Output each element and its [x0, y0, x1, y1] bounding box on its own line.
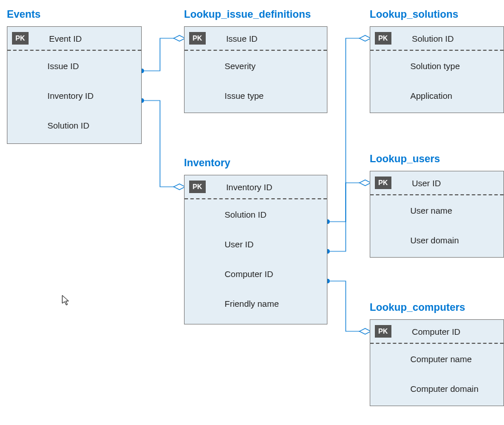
pk-row: PK User ID [370, 171, 503, 195]
field-row: Solution ID [7, 110, 141, 140]
svg-marker-1 [174, 35, 185, 41]
field-row: User name [370, 195, 503, 225]
pk-field: Issue ID [226, 34, 258, 43]
entity-title-lookup-users: Lookup_users [370, 153, 440, 165]
svg-marker-7 [359, 180, 371, 186]
pk-row: PK Event ID [7, 27, 141, 51]
entity-lookup-users: PK User ID User name User domain [370, 171, 504, 258]
pk-badge: PK [189, 32, 206, 45]
pk-field: Solution ID [412, 34, 454, 43]
entity-lookup-solutions: PK Solution ID Solution type Application [370, 26, 504, 113]
pk-badge: PK [375, 325, 391, 338]
field-row: Solution ID [185, 199, 327, 229]
field-row: Severity [185, 51, 327, 81]
pk-row: PK Computer ID [370, 320, 503, 344]
pk-row: PK Issue ID [185, 27, 327, 51]
entity-events: PK Event ID Issue ID Inventory ID Soluti… [7, 26, 142, 144]
field-row: Issue type [185, 81, 327, 110]
field-row: Inventory ID [7, 81, 141, 110]
entity-title-lookup-solutions: Lookup_solutions [370, 9, 458, 21]
field-row: User domain [370, 225, 503, 255]
field-row: Solution type [370, 51, 503, 81]
field-row: Application [370, 81, 503, 110]
pk-row: PK Solution ID [370, 27, 503, 51]
svg-marker-3 [174, 184, 185, 190]
entity-lookup-computers: PK Computer ID Computer name Computer do… [370, 319, 504, 406]
pk-field: User ID [412, 178, 441, 188]
field-row: Computer ID [185, 259, 327, 288]
field-row: Computer name [370, 344, 503, 374]
entity-inventory: PK Inventory ID Solution ID User ID Comp… [184, 175, 327, 324]
pk-field: Computer ID [412, 327, 461, 336]
pk-badge: PK [12, 32, 29, 45]
pk-badge: PK [189, 181, 206, 193]
svg-marker-5 [359, 35, 371, 41]
pk-badge: PK [375, 177, 391, 189]
pk-row: PK Inventory ID [185, 175, 327, 199]
svg-marker-9 [359, 328, 371, 334]
cursor-icon [62, 295, 71, 309]
pk-badge: PK [375, 32, 391, 45]
entity-lookup-issue-definitions: PK Issue ID Severity Issue type [184, 26, 327, 113]
pk-field: Inventory ID [226, 182, 273, 192]
entity-title-inventory: Inventory [184, 157, 230, 169]
field-row: Friendly name [185, 288, 327, 318]
entity-title-lookup-computers: Lookup_computers [370, 302, 465, 314]
entity-title-events: Events [7, 9, 41, 21]
field-row: User ID [185, 229, 327, 259]
field-row: Computer domain [370, 374, 503, 403]
pk-field: Event ID [49, 34, 82, 43]
field-row: Issue ID [7, 51, 141, 81]
entity-title-lookup-issue-definitions: Lookup_issue_definitions [184, 9, 311, 21]
